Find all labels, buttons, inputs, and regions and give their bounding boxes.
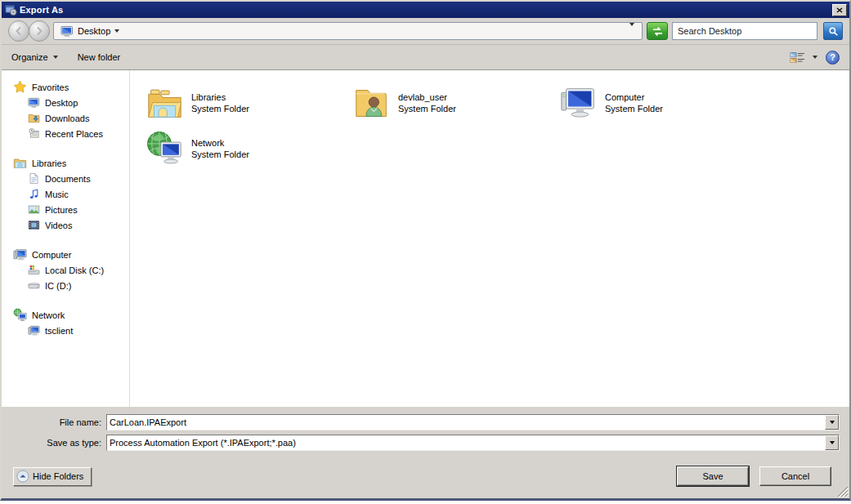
search-input[interactable] bbox=[676, 25, 813, 37]
export-as-dialog: Export As Desktop bbox=[0, 0, 851, 501]
nav-buttons bbox=[8, 20, 49, 42]
sidebar-item-recent-places[interactable]: Recent Places bbox=[2, 126, 129, 141]
downloads-icon bbox=[28, 112, 40, 124]
sidebar-group-computer[interactable]: Computer bbox=[2, 247, 129, 262]
command-toolbar: Organize New folder bbox=[2, 45, 849, 70]
save-as-type-dropdown-button[interactable] bbox=[825, 435, 839, 450]
search-button[interactable] bbox=[823, 22, 843, 40]
search-icon bbox=[828, 26, 839, 37]
file-item-computer[interactable]: Computer System Folder bbox=[560, 80, 767, 126]
organize-button[interactable]: Organize bbox=[11, 52, 58, 62]
computer-large-icon bbox=[560, 85, 597, 122]
recent-icon bbox=[28, 127, 40, 140]
footer-bar: Hide Folders Save Cancel bbox=[2, 457, 849, 498]
computer-icon bbox=[13, 248, 27, 261]
disk-icon bbox=[28, 279, 40, 292]
file-name-row: File name: bbox=[2, 414, 840, 430]
sidebar-item-ic-d[interactable]: IC (D:) bbox=[2, 278, 129, 293]
save-as-type-combo[interactable]: Process Automation Export (*.IPAExport;*… bbox=[106, 435, 840, 451]
file-name-label: File name: bbox=[2, 417, 106, 427]
collapse-up-icon bbox=[16, 470, 29, 483]
help-button[interactable] bbox=[826, 51, 840, 65]
sidebar-item-local-disk-c[interactable]: Local Disk (C:) bbox=[2, 262, 129, 278]
sidebar-item-documents[interactable]: Documents bbox=[2, 171, 129, 186]
app-icon bbox=[5, 4, 17, 16]
breadcrumb: Desktop bbox=[53, 22, 643, 40]
sidebar-group-favorites[interactable]: Favorites bbox=[2, 79, 129, 95]
sidebar-group: Favorites Desktop Downloads Recent Place… bbox=[2, 79, 129, 141]
sidebar-group: Network tsclient bbox=[2, 307, 129, 338]
monitor-icon bbox=[28, 96, 40, 109]
sidebar-item-music[interactable]: Music bbox=[2, 186, 129, 202]
sidebar-item-downloads[interactable]: Downloads bbox=[2, 110, 129, 126]
file-item-devlab-user[interactable]: devlab_user System Folder bbox=[353, 80, 560, 126]
breadcrumb-location-label: Desktop bbox=[78, 26, 110, 36]
sidebar-group: Computer Local Disk (C:) IC (D:) bbox=[2, 247, 129, 293]
views-icon bbox=[790, 51, 806, 64]
sidebar: Favorites Desktop Downloads Recent Place… bbox=[2, 70, 130, 407]
sidebar-group-network[interactable]: Network bbox=[2, 307, 129, 323]
resize-grip[interactable] bbox=[837, 486, 849, 497]
save-as-type-label: Save as type: bbox=[2, 438, 106, 448]
chevron-down-icon bbox=[53, 56, 58, 59]
chevron-down-icon bbox=[830, 421, 835, 424]
chevron-down-icon bbox=[813, 56, 817, 59]
picture-icon bbox=[28, 203, 40, 216]
file-name-combo bbox=[106, 414, 840, 430]
close-button[interactable] bbox=[832, 4, 847, 16]
refresh-button[interactable] bbox=[647, 22, 668, 40]
new-folder-button[interactable]: New folder bbox=[78, 52, 121, 62]
refresh-icon bbox=[652, 25, 664, 38]
window-title: Export As bbox=[20, 5, 63, 15]
network-icon bbox=[13, 308, 27, 322]
change-view-button[interactable] bbox=[790, 51, 817, 64]
navigation-bar: Desktop bbox=[2, 18, 849, 45]
video-icon bbox=[28, 219, 40, 231]
save-as-type-value: Process Automation Export (*.IPAExport;*… bbox=[107, 438, 825, 448]
organize-label: Organize bbox=[11, 52, 48, 62]
address-history-button[interactable] bbox=[626, 25, 638, 38]
disk-win-icon bbox=[28, 264, 40, 276]
resize-grip-icon bbox=[837, 486, 849, 497]
new-folder-label: New folder bbox=[78, 52, 121, 62]
file-fields-panel: File name: Save as type: Process Automat… bbox=[2, 407, 849, 457]
desktop-location-icon bbox=[60, 25, 74, 38]
libraries-large-icon bbox=[146, 85, 183, 122]
star-icon bbox=[13, 80, 27, 94]
sidebar-group: Libraries Documents Music Pictures Video… bbox=[2, 155, 129, 233]
sidebar-group-libraries[interactable]: Libraries bbox=[2, 155, 129, 171]
forward-button[interactable] bbox=[29, 20, 50, 42]
cancel-button[interactable]: Cancel bbox=[759, 466, 831, 486]
sidebar-item-desktop[interactable]: Desktop bbox=[2, 95, 129, 110]
network-large-icon bbox=[146, 131, 183, 167]
chevron-down-icon bbox=[114, 29, 119, 33]
chevron-down-icon bbox=[830, 441, 835, 444]
save-button[interactable]: Save bbox=[677, 466, 749, 486]
sidebar-item-tsclient[interactable]: tsclient bbox=[2, 323, 129, 338]
file-name-dropdown-button[interactable] bbox=[825, 415, 839, 430]
document-icon bbox=[28, 172, 40, 185]
file-item-network[interactable]: Network System Folder bbox=[146, 126, 353, 172]
file-item-libraries[interactable]: Libraries System Folder bbox=[146, 80, 353, 126]
music-icon bbox=[28, 188, 40, 200]
file-name-input[interactable] bbox=[107, 417, 825, 427]
title-bar: Export As bbox=[2, 2, 849, 18]
search-box bbox=[672, 22, 817, 40]
hide-folders-label: Hide Folders bbox=[33, 471, 83, 481]
cancel-label: Cancel bbox=[782, 471, 809, 481]
back-button[interactable] bbox=[8, 20, 29, 42]
back-icon bbox=[13, 25, 25, 37]
file-list: Libraries System Folder devlab_user Syst… bbox=[130, 70, 849, 407]
sidebar-item-pictures[interactable]: Pictures bbox=[2, 202, 129, 217]
toolbar-right-group bbox=[790, 51, 840, 65]
content-area: Favorites Desktop Downloads Recent Place… bbox=[2, 70, 849, 407]
hide-folders-button[interactable]: Hide Folders bbox=[13, 467, 92, 486]
breadcrumb-crumb-desktop[interactable]: Desktop bbox=[58, 24, 122, 38]
save-as-type-row: Save as type: Process Automation Export … bbox=[2, 435, 840, 451]
chevron-down-icon bbox=[629, 23, 634, 36]
sidebar-item-videos[interactable]: Videos bbox=[2, 217, 129, 233]
forward-icon bbox=[34, 25, 45, 37]
computer-icon bbox=[28, 324, 40, 337]
close-icon bbox=[836, 7, 843, 13]
save-label: Save bbox=[702, 471, 723, 481]
